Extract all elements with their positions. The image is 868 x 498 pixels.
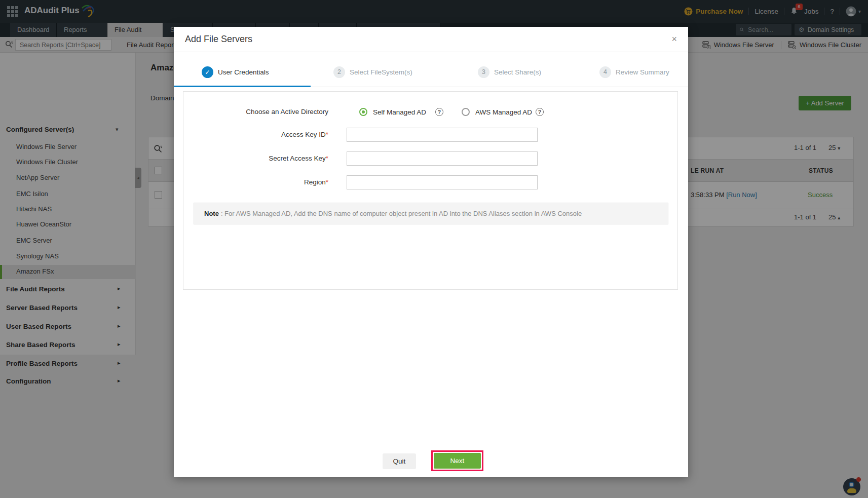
secret-access-key-label: Secret Access Key* [183, 155, 328, 162]
divider [174, 52, 688, 52]
region-label: Region* [183, 178, 328, 186]
region-field[interactable] [347, 175, 538, 189]
help-icon[interactable]: ? [536, 108, 544, 116]
required-marker: * [326, 155, 328, 162]
access-key-id-label: Access Key ID* [183, 131, 328, 138]
note-box: Note : For AWS Managed AD, Add the DNS n… [194, 203, 668, 224]
wizard-step-review-summary: 4 Review Summary [599, 65, 669, 79]
active-directory-label: Choose an Active Directory [183, 108, 328, 116]
wizard-step-select-shares: 3 Select Share(s) [478, 65, 541, 79]
check-icon: ✓ [202, 66, 213, 78]
radio-aws-managed-ad-label[interactable]: AWS Managed AD [475, 108, 532, 116]
close-icon[interactable]: × [671, 34, 677, 45]
next-button-highlight: Next [431, 450, 483, 471]
screen: ADAudit Plus Purchase Now License 6 Jobs… [0, 0, 868, 498]
secret-access-key-field[interactable] [347, 151, 538, 166]
help-icon[interactable]: ? [435, 108, 443, 116]
wizard-step-select-filesystems: 2 Select FileSystem(s) [333, 65, 412, 79]
radio-aws-managed-ad[interactable] [462, 108, 470, 116]
access-key-id-field[interactable] [347, 128, 538, 142]
note-label: Note [204, 210, 219, 217]
radio-self-managed-ad-label[interactable]: Self Managed AD [373, 108, 426, 116]
credentials-form: Choose an Active Directory Self Managed … [183, 91, 678, 290]
required-marker: * [326, 131, 328, 138]
active-step-indicator [174, 86, 311, 87]
add-file-servers-modal: Add File Servers × ✓ User Credentials 2 … [174, 27, 688, 477]
wizard-step-user-credentials: ✓ User Credentials [202, 65, 269, 79]
next-button[interactable]: Next [434, 453, 481, 469]
radio-self-managed-ad[interactable] [359, 108, 367, 116]
quit-button[interactable]: Quit [383, 453, 416, 469]
note-text: : For AWS Managed AD, Add the DNS name o… [221, 210, 582, 217]
required-marker: * [326, 178, 328, 186]
modal-title: Add File Servers [185, 34, 252, 45]
